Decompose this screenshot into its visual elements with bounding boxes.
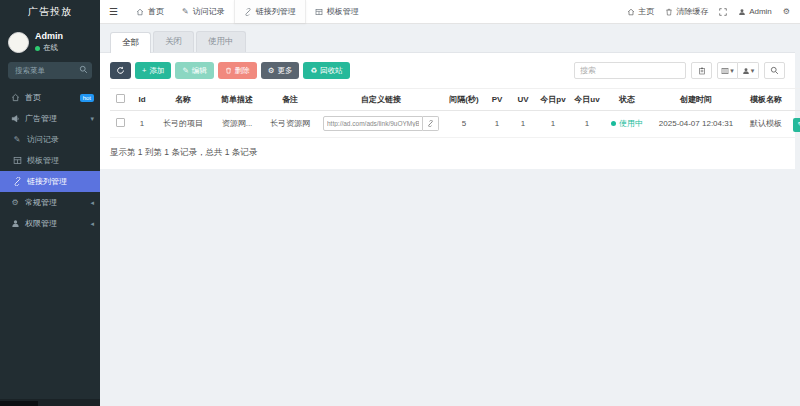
toolbar: + 添加 ✎ 编辑 删除 ⚙ 更多 bbox=[110, 62, 785, 79]
link-icon bbox=[244, 8, 252, 16]
col-today-uv: 今日uv bbox=[570, 89, 604, 111]
online-dot-icon bbox=[35, 46, 40, 51]
row-edit-button[interactable]: ✎ bbox=[793, 118, 800, 132]
fullscreen-button[interactable] bbox=[719, 8, 727, 16]
refresh-button[interactable] bbox=[110, 62, 131, 79]
cell-desc: 资源网... bbox=[212, 111, 262, 138]
cell-template: 默认模板 bbox=[742, 111, 790, 138]
sidebar-item-home[interactable]: 首页 hot bbox=[0, 87, 100, 108]
top-navbar: ☰ 首页 ✎ 访问记录 链接列管理 模板管理 bbox=[100, 0, 800, 24]
col-pv: PV bbox=[484, 89, 510, 111]
sidebar-item-visit-records[interactable]: ✎ 访问记录 bbox=[0, 129, 100, 150]
status-dot-icon bbox=[611, 121, 616, 126]
bullhorn-icon bbox=[10, 114, 20, 123]
table-view-group: ▾ ▾ bbox=[717, 62, 759, 79]
cell-name: 长弓的项目 bbox=[154, 111, 212, 138]
col-template: 模板名称 bbox=[742, 89, 790, 111]
table-header-row: Id 名称 简单描述 备注 自定义链接 间隔(秒) PV UV 今日pv 今日u… bbox=[110, 89, 800, 111]
cell-today-pv: 1 bbox=[536, 111, 570, 138]
hscrollbar-thumb[interactable] bbox=[0, 401, 38, 406]
filter-tabs: 全部 关闭 使用中 bbox=[100, 24, 800, 52]
link-icon bbox=[427, 120, 434, 127]
navtab-visit-records[interactable]: ✎ 访问记录 bbox=[173, 0, 234, 23]
settings-button[interactable]: ⚙ bbox=[783, 7, 790, 16]
sidebar-item-links[interactable]: 链接列管理 bbox=[0, 171, 100, 192]
plus-icon: + bbox=[142, 66, 146, 75]
navbar-right: 主页 清除缓存 Admin bbox=[627, 6, 800, 17]
col-note: 备注 bbox=[262, 89, 318, 111]
search-submit-button[interactable] bbox=[764, 62, 785, 79]
navtab-label: 模板管理 bbox=[327, 6, 359, 17]
navtab-home[interactable]: 首页 bbox=[127, 0, 173, 23]
user-status-label: 在线 bbox=[43, 43, 58, 53]
user-name: Admin bbox=[35, 31, 63, 41]
tab-in-use[interactable]: 使用中 bbox=[196, 31, 246, 52]
navbar-home-link[interactable]: 主页 bbox=[627, 6, 654, 17]
more-button[interactable]: ⚙ 更多 bbox=[261, 62, 300, 79]
navtab-links[interactable]: 链接列管理 bbox=[234, 0, 306, 23]
cell-interval: 5 bbox=[444, 111, 484, 138]
sidebar-item-label: 链接列管理 bbox=[27, 176, 67, 187]
clear-cache-link[interactable]: 清除缓存 bbox=[665, 6, 708, 17]
cell-id: 1 bbox=[130, 111, 154, 138]
col-today-pv: 今日pv bbox=[536, 89, 570, 111]
cell-pv: 1 bbox=[484, 111, 510, 138]
content-area: 全部 关闭 使用中 + 添加 ✎ bbox=[100, 24, 800, 406]
delete-button-label: 删除 bbox=[235, 66, 250, 76]
delete-button[interactable]: 删除 bbox=[218, 62, 257, 79]
col-id: Id bbox=[130, 89, 154, 111]
copy-link-button[interactable] bbox=[423, 116, 439, 131]
user-info: Admin 在线 bbox=[35, 31, 63, 53]
pagination-summary: 显示第 1 到第 1 条记录，总共 1 条记录 bbox=[110, 147, 785, 159]
navtab-label: 链接列管理 bbox=[256, 6, 296, 17]
chevron-down-icon: ▾ bbox=[90, 115, 94, 123]
add-button[interactable]: + 添加 bbox=[135, 62, 171, 79]
row-checkbox[interactable] bbox=[116, 118, 125, 127]
add-button-label: 添加 bbox=[149, 66, 164, 76]
records-table: Id 名称 简单描述 备注 自定义链接 间隔(秒) PV UV 今日pv 今日u… bbox=[110, 88, 800, 138]
table-row: 1 长弓的项目 资源网... 长弓资源网 bbox=[110, 111, 800, 138]
table-search-input[interactable] bbox=[574, 62, 686, 79]
col-name: 名称 bbox=[154, 89, 212, 111]
main-area: ☰ 首页 ✎ 访问记录 链接列管理 模板管理 bbox=[100, 0, 800, 406]
trash-icon bbox=[665, 8, 673, 16]
clipboard-icon bbox=[698, 67, 706, 75]
user-menu-label: Admin bbox=[749, 7, 772, 16]
sidebar-item-permissions[interactable]: 权限管理 ◂ bbox=[0, 213, 100, 234]
user-menu[interactable]: Admin bbox=[738, 7, 772, 16]
custom-link-group bbox=[323, 116, 439, 131]
sidebar-item-ads[interactable]: 广告管理 ▾ bbox=[0, 108, 100, 129]
caret-down-icon: ▾ bbox=[730, 67, 734, 75]
sidebar-item-label: 访问记录 bbox=[27, 134, 59, 145]
navtab-templates[interactable]: 模板管理 bbox=[306, 0, 368, 23]
tab-all[interactable]: 全部 bbox=[110, 32, 151, 53]
sidebar-search bbox=[8, 62, 92, 79]
pencil-icon: ✎ bbox=[182, 7, 189, 16]
col-interval: 间隔(秒) bbox=[444, 89, 484, 111]
refresh-icon bbox=[116, 66, 125, 75]
col-uv: UV bbox=[510, 89, 536, 111]
search-icon bbox=[79, 65, 88, 74]
more-button-label: 更多 bbox=[277, 66, 292, 76]
search-icon bbox=[770, 66, 779, 75]
sidebar-item-general[interactable]: ⚙ 常规管理 ◂ bbox=[0, 192, 100, 213]
table-search-zone: ▾ ▾ bbox=[574, 62, 785, 79]
columns-dropdown-button[interactable]: ▾ bbox=[717, 62, 738, 79]
home-icon bbox=[627, 8, 635, 16]
col-desc: 简单描述 bbox=[212, 89, 262, 111]
export-dropdown-button[interactable]: ▾ bbox=[738, 62, 759, 79]
tab-closed[interactable]: 关闭 bbox=[153, 31, 194, 52]
navbar-home-label: 主页 bbox=[638, 6, 654, 17]
clipboard-toggle-button[interactable] bbox=[691, 62, 712, 79]
sidebar-item-label: 模板管理 bbox=[27, 155, 59, 166]
pencil-icon: ✎ bbox=[182, 66, 188, 75]
hamburger-icon[interactable]: ☰ bbox=[100, 6, 127, 17]
recycle-bin-button[interactable]: ♻ 回收站 bbox=[303, 62, 349, 79]
navtab-label: 访问记录 bbox=[193, 6, 225, 17]
sidebar-item-templates[interactable]: 模板管理 bbox=[0, 150, 100, 171]
custom-link-input[interactable] bbox=[323, 116, 423, 131]
user-status: 在线 bbox=[35, 43, 63, 53]
select-all-checkbox[interactable] bbox=[116, 94, 125, 103]
cell-uv: 1 bbox=[510, 111, 536, 138]
edit-button[interactable]: ✎ 编辑 bbox=[175, 62, 213, 79]
